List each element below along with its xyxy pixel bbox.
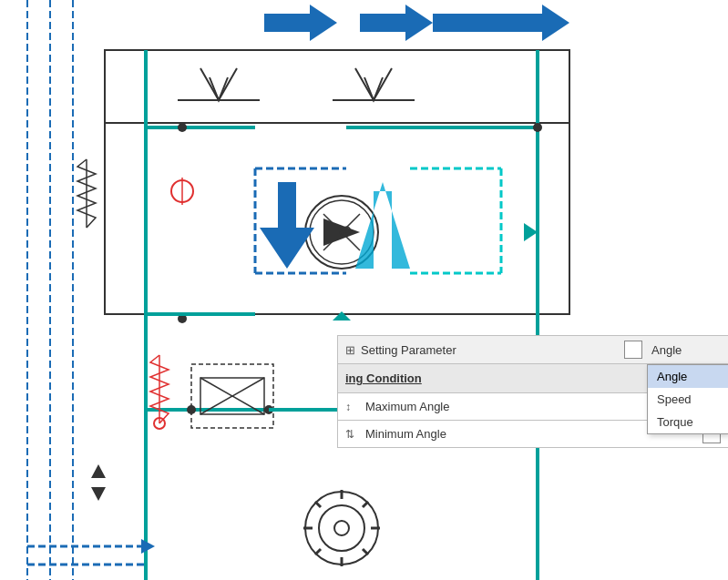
svg-point-33: [178, 123, 187, 132]
svg-rect-0: [0, 0, 728, 580]
svg-point-45: [187, 405, 196, 414]
setting-parameter-row[interactable]: ⊞ Setting Parameter Angle Angle Speed To…: [337, 335, 728, 364]
hydraulic-diagram: ⊕: [0, 0, 728, 580]
setting-parameter-label: Setting Parameter: [361, 343, 619, 357]
grid-icon: ⊞: [345, 343, 355, 357]
dropdown-option-angle[interactable]: Angle: [648, 365, 728, 388]
svg-rect-6: [433, 14, 542, 32]
min-angle-icon: ⇅: [345, 428, 360, 441]
dropdown-popup: Angle Speed Torque: [647, 364, 728, 434]
dropdown-option-torque[interactable]: Torque: [648, 411, 728, 433]
setting-dropdown-value[interactable]: Angle: [648, 343, 721, 357]
dropdown-option-speed[interactable]: Speed: [648, 388, 728, 411]
svg-point-34: [533, 123, 542, 132]
settings-panel: ⊞ Setting Parameter Angle Angle Speed To…: [337, 335, 728, 448]
setting-parameter-checkbox[interactable]: [624, 341, 642, 359]
max-angle-icon: ↕: [345, 401, 360, 413]
